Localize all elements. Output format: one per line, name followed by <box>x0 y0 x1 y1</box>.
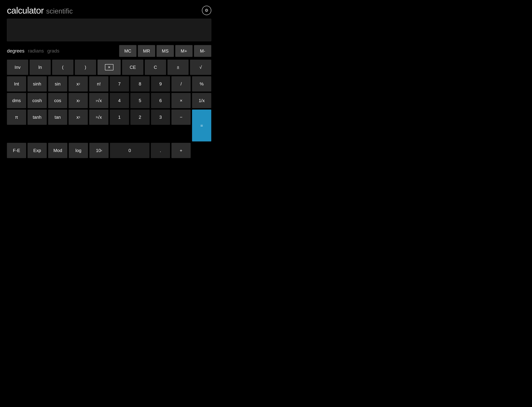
app-mode: scientific <box>46 7 73 15</box>
multiply-button[interactable]: × <box>171 93 191 108</box>
c-button[interactable]: C <box>145 60 166 75</box>
equals-button[interactable]: = <box>192 110 211 141</box>
percent-button[interactable]: % <box>192 76 211 92</box>
backspace-button[interactable]: ✕ <box>98 60 121 75</box>
subtract-button[interactable]: − <box>171 110 191 125</box>
mc-button[interactable]: MC <box>119 45 137 57</box>
sqrt-button[interactable]: √ <box>190 60 211 75</box>
fe-button[interactable]: F-E <box>7 143 26 158</box>
mode-degrees[interactable]: degrees <box>7 47 24 55</box>
factorial-button[interactable]: n! <box>89 76 108 92</box>
cuberoot-button[interactable]: 3√x <box>89 110 108 125</box>
dms-button[interactable]: dms <box>7 93 26 108</box>
mode-buttons: degrees radians grads <box>7 47 119 55</box>
log-button[interactable]: log <box>69 143 88 158</box>
sinh-button[interactable]: sinh <box>28 76 47 92</box>
display-screen <box>7 19 211 41</box>
memory-buttons: MC MR MS M+ M- <box>119 45 211 57</box>
cosh-button[interactable]: cosh <box>28 93 47 108</box>
header-title: calculator scientific <box>7 5 73 16</box>
mr-button[interactable]: MR <box>138 45 155 57</box>
mode-grads[interactable]: grads <box>47 47 59 55</box>
key-9[interactable]: 9 <box>151 76 170 92</box>
ce-button[interactable]: CE <box>122 60 143 75</box>
xcube-button[interactable]: x3 <box>68 110 88 125</box>
tan-button[interactable]: tan <box>48 110 67 125</box>
yroot-button[interactable]: y√x <box>89 93 108 108</box>
key-0[interactable]: 0 <box>110 143 149 158</box>
key-3[interactable]: 3 <box>151 110 170 125</box>
gear-icon: ⚙ <box>205 8 208 13</box>
keypad-row-4: π tanh tan x3 3√x 1 2 3 − = <box>7 110 211 141</box>
reciprocal-button[interactable]: 1/x <box>192 93 211 108</box>
keypad-row-1: Inv ln ( ) ✕ CE C ± √ <box>7 60 211 75</box>
plusminus-button[interactable]: ± <box>167 60 189 75</box>
inv-button[interactable]: Inv <box>7 60 28 75</box>
xsq-button[interactable]: x2 <box>68 76 88 92</box>
divide-button[interactable]: / <box>171 76 191 92</box>
pi-button[interactable]: π <box>7 110 26 125</box>
key-6[interactable]: 6 <box>151 93 170 108</box>
header: calculator scientific ⚙ <box>7 3 211 16</box>
mode-radians[interactable]: radians <box>28 47 44 55</box>
key-5[interactable]: 5 <box>130 93 150 108</box>
key-2[interactable]: 2 <box>130 110 150 125</box>
app-title: calculator <box>7 5 44 16</box>
mminus-button[interactable]: M- <box>194 45 211 57</box>
key-8[interactable]: 8 <box>130 76 150 92</box>
keypad-row-2: Int sinh sin x2 n! 7 8 9 / % <box>7 76 211 92</box>
decimal-button[interactable]: . <box>151 143 170 158</box>
open-paren-button[interactable]: ( <box>52 60 73 75</box>
cos-button[interactable]: cos <box>48 93 67 108</box>
key-4[interactable]: 4 <box>110 93 129 108</box>
keypad-row-5: F-E Exp Mod log 10x 0 . + <box>7 143 211 158</box>
mod-button[interactable]: Mod <box>48 143 67 158</box>
close-paren-button[interactable]: ) <box>75 60 96 75</box>
keypad-row-3: dms cosh cos xy y√x 4 5 6 × 1/x <box>7 93 211 108</box>
key-1[interactable]: 1 <box>110 110 129 125</box>
settings-button[interactable]: ⚙ <box>202 6 211 15</box>
mplus-button[interactable]: M+ <box>175 45 193 57</box>
backspace-icon: ✕ <box>105 64 114 70</box>
xpowy-button[interactable]: xy <box>68 93 88 108</box>
ms-button[interactable]: MS <box>157 45 174 57</box>
tanh-button[interactable]: tanh <box>28 110 47 125</box>
add-button[interactable]: + <box>171 143 191 158</box>
int-button[interactable]: Int <box>7 76 26 92</box>
sin-button[interactable]: sin <box>48 76 67 92</box>
keypad: Inv ln ( ) ✕ CE C ± √ Int sinh sin x2 n!… <box>7 60 211 158</box>
ln-button[interactable]: ln <box>30 60 51 75</box>
mode-memory-row: degrees radians grads MC MR MS M+ M- <box>7 45 211 57</box>
tenpow-button[interactable]: 10x <box>89 143 109 158</box>
exp-button[interactable]: Exp <box>28 143 47 158</box>
key-7[interactable]: 7 <box>110 76 129 92</box>
